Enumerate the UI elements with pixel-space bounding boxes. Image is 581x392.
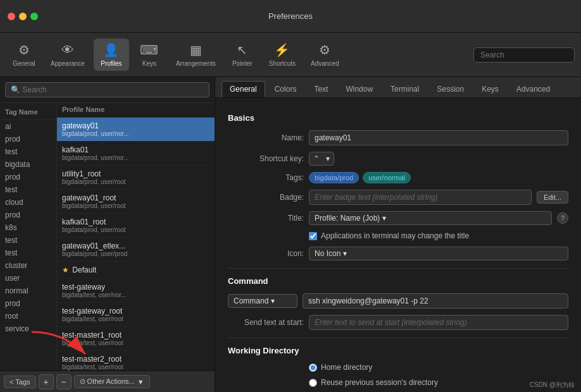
left-panel: Tag Name ai prod test bigdata prod test … (0, 77, 215, 392)
tag-item[interactable]: test (0, 145, 56, 158)
title-row: Title: Profile: Name (Job) ▾ ? (228, 211, 568, 225)
tab-colors[interactable]: Colors (266, 81, 305, 97)
tag-bigdata-prod[interactable]: bigdata/prod (309, 172, 359, 183)
tag-item[interactable]: test (0, 183, 56, 196)
profile-name: test-master1_root (62, 331, 209, 340)
profile-item[interactable]: gateway01_root bigdata/prod, user/root (57, 190, 215, 214)
tag-item[interactable]: prod (0, 297, 56, 310)
badge-edit-button[interactable]: Edit... (537, 191, 568, 204)
toolbar-appearance-label: Appearance (51, 60, 85, 67)
badge-input[interactable]: Enter badge text (interpolated string) (309, 190, 532, 205)
minimize-dot[interactable] (19, 13, 27, 20)
general-icon: ⚙ (18, 42, 30, 58)
tab-text[interactable]: Text (306, 81, 336, 97)
tag-item[interactable]: service (0, 322, 56, 335)
profile-item[interactable]: gateway01 bigdata/prod, user/nor... (57, 118, 215, 142)
tag-item[interactable]: test (0, 247, 56, 259)
tag-item[interactable]: prod (0, 133, 56, 145)
toolbar-advanced[interactable]: ⚙ Advanced (304, 39, 345, 71)
tag-item[interactable]: cloud (0, 196, 56, 209)
working-dir-reuse-row: Reuse previous session's directory (228, 378, 568, 387)
toolbar-profiles-label: Profiles (101, 60, 122, 67)
icon-select[interactable]: No Icon ▾ (309, 247, 568, 260)
tag-item[interactable]: user (0, 272, 56, 285)
close-dot[interactable] (8, 13, 15, 20)
profile-name: gateway01 (62, 121, 209, 130)
tab-keys[interactable]: Keys (473, 81, 507, 97)
tag-item[interactable]: normal (0, 285, 56, 297)
shortcut-label: Shortcut key: (228, 154, 304, 163)
title-checkbox[interactable] (309, 232, 317, 240)
profile-tags: bigdata/prod, user/root (62, 226, 209, 233)
profile-name: test-master2_root (62, 355, 209, 364)
title-checkbox-text: Applications in terminal may change the … (321, 231, 469, 240)
tabs-bar: General Colors Text Window Terminal Sess… (215, 77, 581, 98)
home-dir-label[interactable]: Home directory (309, 363, 372, 372)
toolbar-arrangements[interactable]: ▦ Arrangements (170, 39, 222, 71)
tag-item[interactable]: test (0, 234, 56, 247)
profile-item[interactable]: test-master1_root bigdata/test, user/roo… (57, 327, 215, 351)
icon-row: Icon: No Icon ▾ (228, 247, 568, 260)
profile-search-input[interactable] (5, 82, 209, 97)
tab-session[interactable]: Session (428, 81, 472, 97)
icon-select-arrow: ▾ (343, 249, 347, 258)
tag-item[interactable]: prod (0, 171, 56, 183)
profile-name: gateway01_etlex... (62, 242, 209, 250)
toolbar-search-input[interactable] (473, 47, 575, 63)
title-select-arrow: ▾ (382, 214, 386, 223)
toolbar-general[interactable]: ⚙ General (6, 39, 42, 71)
home-dir-radio[interactable] (309, 364, 317, 372)
command-type-arrow: ▾ (271, 297, 275, 305)
other-actions-label: ⊙ Other Actions... (80, 377, 135, 386)
shortcut-row: Shortcut key: ⌃ ▾ (228, 152, 568, 166)
command-input[interactable] (303, 293, 568, 309)
shortcut-arrow-icon: ▾ (326, 154, 330, 163)
command-type-select[interactable]: Command ▾ (228, 294, 297, 308)
tags-button[interactable]: < Tags (4, 376, 36, 388)
send-text-input[interactable]: Enter text to send at start (interpolate… (309, 315, 568, 330)
profile-item[interactable]: utility1_root bigdata/prod, user/root (57, 166, 215, 190)
toolbar-keys[interactable]: ⌨ Keys (132, 39, 167, 71)
window-controls (8, 13, 38, 20)
reuse-session-label[interactable]: Reuse previous session's directory (309, 378, 438, 387)
remove-profile-button[interactable]: − (56, 374, 72, 389)
add-profile-button[interactable]: + (39, 374, 54, 389)
profile-item[interactable]: kafka01_root bigdata/prod, user/root (57, 214, 215, 238)
tag-item[interactable]: ai (0, 120, 56, 133)
shortcut-key-select[interactable]: ⌃ ▾ (309, 152, 334, 166)
other-actions-button[interactable]: ⊙ Other Actions... ▼ (74, 375, 150, 388)
profile-tags: bigdata/test, user/root (62, 340, 209, 346)
title-help-button[interactable]: ? (557, 212, 568, 224)
profile-tags: bigdata/prod, user/nor... (62, 154, 209, 161)
tag-user-normal[interactable]: user/normal (363, 172, 411, 183)
title-checkbox-label[interactable]: Applications in terminal may change the … (309, 231, 469, 240)
profile-item[interactable]: test-master2_root bigdata/test, user/roo… (57, 351, 215, 371)
title-select[interactable]: Profile: Name (Job) ▾ (309, 211, 552, 225)
tab-terminal[interactable]: Terminal (382, 81, 427, 97)
profile-item[interactable]: gateway01_etlex... bigdata/prod, user/pr… (57, 238, 215, 262)
toolbar-appearance[interactable]: 👁 Appearance (44, 39, 91, 71)
working-dir-section-title: Working Directory (228, 346, 568, 355)
tag-item[interactable]: cluster (0, 259, 56, 272)
toolbar-shortcuts[interactable]: ⚡ Shortcuts (263, 39, 302, 71)
profile-item[interactable]: test-gateway_root bigdata/test, user/roo… (57, 303, 215, 327)
tab-general[interactable]: General (222, 81, 265, 97)
tag-item[interactable]: k8s (0, 221, 56, 234)
tab-advanced[interactable]: Advanced (508, 81, 558, 97)
name-input[interactable] (309, 130, 568, 145)
tab-window[interactable]: Window (337, 81, 381, 97)
tag-item[interactable]: root (0, 310, 56, 322)
tag-item[interactable]: prod (0, 209, 56, 221)
toolbar-profiles[interactable]: 👤 Profiles (94, 39, 129, 71)
name-row: Name: (228, 130, 568, 145)
toolbar-items: ⚙ General 👁 Appearance 👤 Profiles ⌨ Keys… (6, 39, 345, 71)
reuse-session-radio[interactable] (309, 379, 317, 387)
toolbar-pointer[interactable]: ↖ Pointer (225, 39, 260, 71)
profile-item[interactable]: test-gateway bigdata/test, user/nor... (57, 279, 215, 303)
profile-item-default[interactable]: ★ Default (57, 262, 215, 279)
profile-column: Profile Name gateway01 bigdata/prod, use… (57, 103, 215, 371)
tag-item[interactable]: bigdata (0, 158, 56, 171)
profile-column-header: Profile Name (57, 103, 215, 118)
profile-item[interactable]: kafka01 bigdata/prod, user/nor... (57, 142, 215, 166)
maximize-dot[interactable] (30, 13, 38, 20)
